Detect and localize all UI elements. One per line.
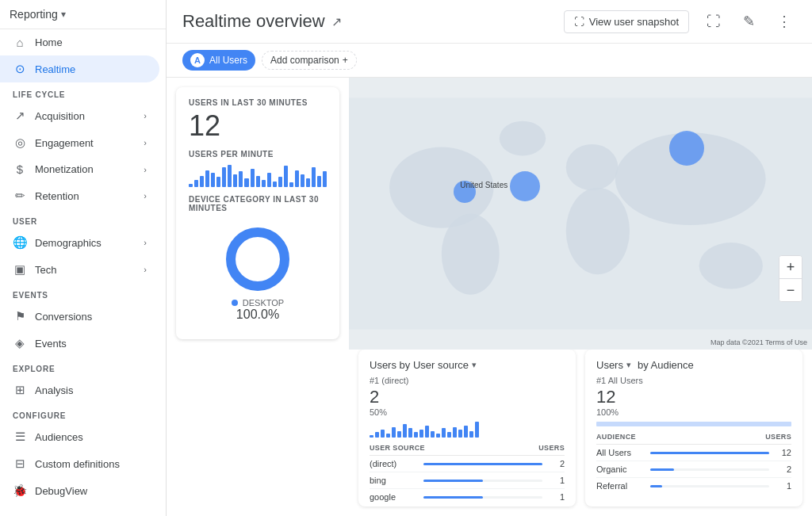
sidebar-item-home[interactable]: ⌂ Home (0, 29, 159, 55)
zoom-out-button[interactable]: − (779, 279, 802, 301)
us-label: United States (460, 181, 508, 189)
table-row: Referral 1 (596, 478, 791, 494)
spark-bar-item (375, 432, 379, 438)
add-icon: + (343, 55, 348, 66)
zoom-in-button[interactable]: + (779, 256, 802, 278)
audiences-icon: ☰ (13, 430, 27, 444)
mini-bar-item (295, 170, 299, 187)
lifecycle-section: LIFE CYCLE (0, 82, 166, 102)
user-source-label: Users by User source (370, 359, 469, 371)
mini-bar-item (306, 178, 310, 187)
mini-bar-item (244, 178, 248, 187)
user-source-title: Users by User source ▾ (370, 359, 565, 371)
donut-chart: DESKTOP 100.0% (189, 217, 327, 328)
mini-bar-item (200, 176, 204, 187)
sidebar-label-engagement: Engagement (35, 137, 94, 149)
sidebar-item-demographics[interactable]: 🌐 Demographics › (0, 229, 159, 256)
row-source: (direct) (370, 459, 417, 468)
add-comparison-button[interactable]: Add comparison + (262, 51, 357, 70)
device-pct: 100.0% (236, 308, 279, 322)
user-source-rank: #1 (direct) (370, 376, 565, 385)
row-bar-wrap (650, 485, 769, 487)
source-table-rows: (direct) 2 bing 1 google 1 (370, 456, 565, 505)
all-users-badge[interactable]: A All Users (182, 50, 255, 71)
mini-bar-chart (189, 163, 327, 187)
svg-point-5 (566, 144, 619, 190)
view-snapshot-button[interactable]: ⛶ View user snapshot (564, 10, 689, 33)
source-table-header: USER SOURCE USERS (370, 444, 565, 456)
right-column: United States + − Map data ©2021 Terms o… (349, 78, 812, 516)
donut-legend: DESKTOP (232, 298, 284, 308)
svg-point-1 (231, 232, 285, 286)
sidebar-item-events[interactable]: ◈ Events (0, 330, 159, 357)
sidebar-item-debugview[interactable]: 🐞 DebugView (0, 477, 159, 504)
row-bar (650, 468, 674, 471)
col-users: USERS (538, 444, 565, 452)
reporting-label: Reporting (10, 8, 58, 21)
row-value: 1 (776, 481, 791, 491)
row-value: 2 (776, 464, 791, 474)
spark-bar-item (381, 430, 385, 438)
mini-bar-item (278, 177, 282, 186)
sidebar-label-retention: Retention (35, 190, 79, 202)
sidebar-item-analysis[interactable]: ⊞ Analysis (0, 376, 159, 403)
reporting-chevron: ▾ (61, 9, 66, 20)
mini-bar-item (256, 176, 260, 187)
monetization-expand: › (144, 165, 147, 174)
sidebar-item-engagement[interactable]: ◎ Engagement › (0, 129, 159, 156)
mini-bar-item (233, 174, 237, 187)
row-audience: Referral (596, 481, 644, 491)
map-svg (349, 78, 812, 350)
spark-bar-item (403, 424, 407, 438)
sidebar-item-audiences[interactable]: ☰ Audiences (0, 423, 159, 450)
spark-bar-item (453, 427, 457, 438)
mini-bar-item (317, 176, 321, 187)
row-source: google (370, 492, 417, 502)
sidebar-label-custom: Custom definitions (35, 458, 120, 470)
audience-title: Users ▾ by Audience (596, 359, 791, 371)
user-source-card: Users by User source ▾ #1 (direct) 2 50%… (358, 350, 576, 506)
audience-table: AUDIENCE USERS All Users 12 Organic 2 Re… (596, 433, 791, 497)
spark-bar-item (447, 432, 451, 438)
audience-bar (596, 422, 791, 426)
reporting-header[interactable]: Reporting ▾ (0, 0, 166, 29)
monetization-icon: $ (13, 162, 27, 176)
map-dot-us2 (510, 171, 540, 201)
share-button[interactable]: ⋮ (772, 8, 796, 35)
mini-bar-item (262, 180, 266, 187)
row-value: 2 (549, 459, 565, 468)
row-bar-wrap (423, 463, 542, 465)
retention-icon: ✏ (13, 189, 27, 203)
sidebar-item-monetization[interactable]: $ Monetization › (0, 156, 159, 182)
sidebar-item-conversions[interactable]: ⚑ Conversions (0, 303, 159, 330)
users-per-minute-label: USERS PER MINUTE (189, 150, 327, 159)
map-area: United States + − Map data ©2021 Terms o… (349, 78, 812, 350)
sidebar-item-custom-definitions[interactable]: ⊟ Custom definitions (0, 450, 159, 477)
snapshot-icon: ⛶ (574, 16, 584, 28)
fullscreen-button[interactable]: ⛶ (702, 9, 726, 35)
sidebar-item-realtime[interactable]: ⊙ Realtime (0, 55, 159, 82)
sidebar-item-acquisition[interactable]: ↗ Acquisition › (0, 102, 159, 129)
audience-table-rows: All Users 12 Organic 2 Referral 1 (596, 445, 791, 494)
add-comparison-label: Add comparison (270, 55, 339, 66)
row-bar-wrap (423, 496, 542, 499)
source-pct: 50% (370, 407, 565, 417)
sidebar-label-conversions: Conversions (35, 311, 92, 323)
bottom-panels: Users by User source ▾ #1 (direct) 2 50%… (349, 350, 812, 516)
sidebar-item-tech[interactable]: ▣ Tech › (0, 256, 159, 283)
sidebar-item-retention[interactable]: ✏ Retention › (0, 182, 159, 209)
users-30min-card: USERS IN LAST 30 MINUTES 12 USERS PER MI… (176, 87, 339, 339)
mini-bar-item (222, 167, 226, 187)
users-30min-label: USERS IN LAST 30 MINUTES (189, 98, 327, 107)
map-copyright: Map data ©2021 Terms of Use (710, 338, 807, 346)
external-link-icon: ↗ (331, 14, 342, 29)
page-title-area: Realtime overview ↗ (182, 11, 342, 32)
spark-bar-item (408, 428, 412, 438)
spark-bar-item (414, 432, 418, 438)
mini-bar-item (312, 167, 316, 187)
audience-chevron: ▾ (626, 360, 631, 370)
audience-rank-label: #1 (596, 376, 606, 385)
sidebar-label-audiences: Audiences (35, 431, 83, 443)
col-users-2: USERS (765, 433, 791, 441)
edit-button[interactable]: ✎ (738, 8, 760, 35)
